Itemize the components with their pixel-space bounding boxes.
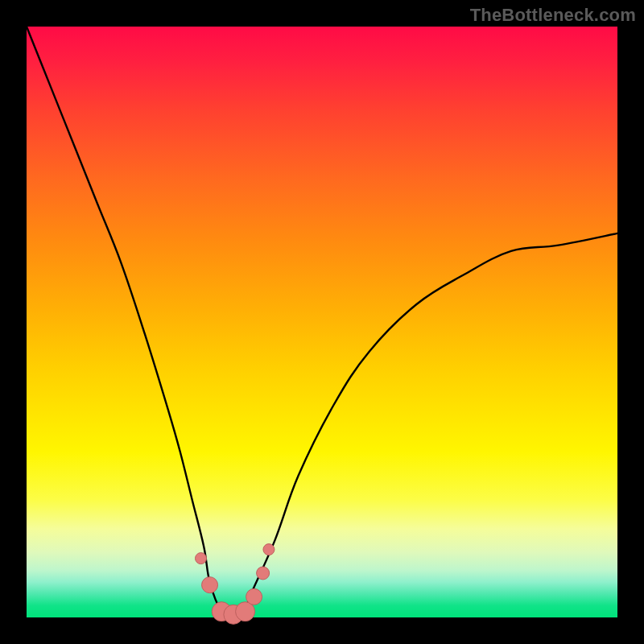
bottleneck-curve	[27, 27, 617, 617]
watermark-text: TheBottleneck.com	[470, 5, 636, 26]
highlighted-points	[196, 544, 275, 625]
highlight-marker	[202, 577, 218, 593]
highlight-marker	[246, 588, 262, 605]
highlight-marker	[196, 553, 207, 564]
highlight-marker	[263, 544, 275, 555]
highlight-marker	[257, 567, 270, 580]
chart-svg	[0, 0, 644, 644]
chart-frame: TheBottleneck.com	[0, 0, 644, 644]
